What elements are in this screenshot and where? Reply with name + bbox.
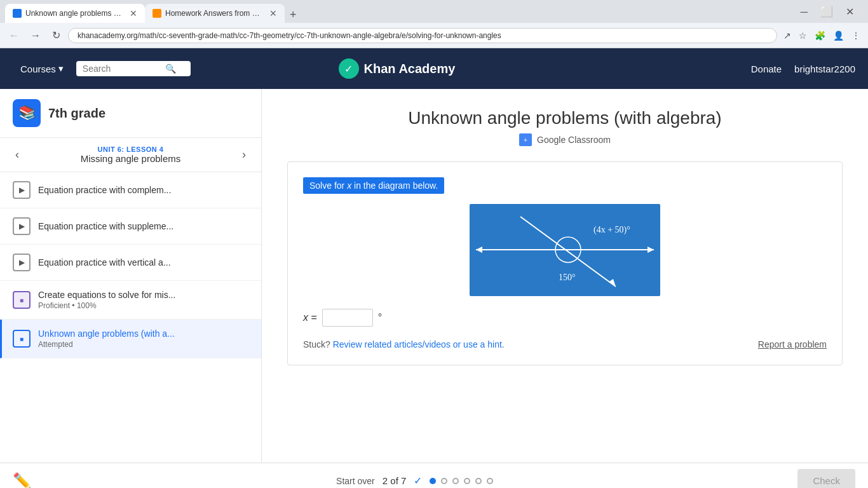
bottom-bar: ✏️ Start over 2 of 7 ✓ Check bbox=[0, 463, 868, 488]
search-bar[interactable]: 🔍 bbox=[76, 61, 191, 76]
courses-label: Courses bbox=[20, 64, 56, 74]
list-item[interactable]: ■ Create equations to solve for mis... P… bbox=[0, 281, 261, 320]
header-right: Donate brightstar2200 bbox=[751, 64, 855, 74]
unit-lesson-info: UNIT 6: LESSON 4 Missing angle problems bbox=[81, 146, 181, 164]
grade-icon: 📚 bbox=[13, 99, 41, 127]
diagram-svg: (4x + 50)° 150° bbox=[470, 204, 660, 296]
next-lesson-button[interactable]: › bbox=[237, 146, 251, 164]
browser-toolbar: ← → ↻ ↗ ☆ 🧩 👤 ⋮ bbox=[0, 23, 868, 48]
tab-2-close[interactable]: ✕ bbox=[269, 8, 277, 18]
item-subtitle: Proficient • 100% bbox=[38, 301, 248, 310]
tab-2-favicon bbox=[153, 9, 161, 18]
answer-row: x = ° bbox=[303, 309, 827, 327]
degree-symbol: ° bbox=[378, 312, 382, 323]
tab-1-label: Unknown angle problems (with a... bbox=[25, 9, 123, 18]
google-classroom-label: Google Classroom bbox=[537, 135, 611, 145]
ka-logo: ✓ Khan Academy bbox=[339, 58, 456, 79]
address-bar[interactable] bbox=[68, 28, 777, 43]
browser-actions: ↗ ☆ 🧩 👤 ⋮ bbox=[781, 28, 863, 43]
tab-1[interactable]: Unknown angle problems (with a... ✕ bbox=[5, 4, 145, 23]
progress-dots bbox=[430, 478, 493, 484]
menu-button[interactable]: ⋮ bbox=[849, 28, 863, 43]
item-subtitle: Attempted bbox=[38, 340, 248, 349]
ka-logo-icon: ✓ bbox=[339, 58, 359, 79]
list-item[interactable]: ▶ Equation practice with complem... bbox=[0, 172, 261, 208]
dot-3 bbox=[452, 478, 459, 484]
tab-bar: Unknown angle problems (with a... ✕ Home… bbox=[0, 0, 868, 23]
main-layout: 📚 7th grade ‹ UNIT 6: LESSON 4 Missing a… bbox=[0, 89, 868, 463]
progress-section: Start over 2 of 7 ✓ bbox=[336, 475, 493, 487]
page-title: Unknown angle problems (with algebra) bbox=[287, 108, 843, 128]
dot-5 bbox=[475, 478, 482, 484]
profile-button[interactable]: 👤 bbox=[831, 28, 846, 43]
restore-button[interactable]: ⬜ bbox=[817, 3, 837, 20]
check-button[interactable]: Check bbox=[797, 469, 855, 488]
sidebar-header: 📚 7th grade bbox=[0, 89, 261, 138]
svg-marker-1 bbox=[648, 247, 654, 253]
tab-1-favicon bbox=[13, 9, 22, 18]
bookmark-button[interactable]: ☆ bbox=[796, 28, 810, 43]
new-tab-button[interactable]: + bbox=[285, 7, 302, 23]
google-classroom-icon: + bbox=[519, 133, 532, 146]
tab-2[interactable]: Homework Answers from Subjec... ✕ bbox=[145, 4, 285, 23]
prev-lesson-button[interactable]: ‹ bbox=[10, 146, 24, 164]
reload-button[interactable]: ↻ bbox=[48, 27, 64, 44]
tab-1-close[interactable]: ✕ bbox=[130, 8, 137, 18]
check-mark-icon: ✓ bbox=[414, 475, 422, 487]
play-icon: ▶ bbox=[13, 181, 31, 199]
search-input[interactable] bbox=[83, 64, 165, 74]
stuck-text: Stuck? bbox=[303, 339, 330, 349]
close-window-button[interactable]: ✕ bbox=[842, 3, 858, 20]
sidebar-nav: ‹ UNIT 6: LESSON 4 Missing angle problem… bbox=[0, 138, 261, 172]
lesson-name: Missing angle problems bbox=[81, 153, 181, 164]
tab-2-label: Homework Answers from Subjec... bbox=[165, 9, 263, 18]
svg-marker-2 bbox=[476, 247, 482, 253]
pencil-icon[interactable]: ✏️ bbox=[13, 472, 32, 489]
problem-box: Solve for x in the diagram below. bbox=[287, 161, 843, 365]
dot-2 bbox=[441, 478, 447, 484]
list-item[interactable]: ▶ Equation practice with suppleme... bbox=[0, 208, 261, 245]
lesson-list: ▶ Equation practice with complem... ▶ Eq… bbox=[0, 172, 261, 463]
item-title: Create equations to solve for mis... bbox=[38, 290, 248, 300]
ka-logo-text: Khan Academy bbox=[364, 62, 456, 76]
item-title: Equation practice with complem... bbox=[38, 185, 248, 195]
report-problem-link[interactable]: Report a problem bbox=[758, 339, 827, 349]
extensions-button[interactable]: 🧩 bbox=[812, 28, 828, 43]
username[interactable]: brightstar2200 bbox=[794, 64, 855, 74]
exercise-icon: ■ bbox=[13, 330, 31, 348]
item-title: Unknown angle problems (with a... bbox=[38, 329, 248, 339]
item-title: Equation practice with suppleme... bbox=[38, 221, 248, 231]
grade-title: 7th grade bbox=[48, 106, 105, 121]
exercise-icon: ■ bbox=[13, 291, 31, 309]
browser-chrome: Unknown angle problems (with a... ✕ Home… bbox=[0, 0, 868, 48]
item-title: Equation practice with vertical a... bbox=[38, 257, 248, 268]
start-over-button[interactable]: Start over bbox=[336, 476, 375, 486]
google-classroom-link[interactable]: + Google Classroom bbox=[287, 133, 843, 146]
progress-text: 2 of 7 bbox=[383, 475, 407, 486]
dot-6 bbox=[487, 478, 493, 484]
minimize-button[interactable]: ─ bbox=[797, 3, 811, 20]
list-item[interactable]: ■ Unknown angle problems (with a... Atte… bbox=[0, 320, 261, 358]
stuck-row: Stuck? Review related articles/videos or… bbox=[303, 339, 827, 349]
problem-instruction: Solve for x in the diagram below. bbox=[303, 177, 444, 194]
play-icon: ▶ bbox=[13, 217, 31, 235]
donate-link[interactable]: Donate bbox=[751, 64, 782, 74]
ka-header: Courses ▾ 🔍 ✓ Khan Academy Donate bright… bbox=[0, 48, 868, 89]
answer-label: x = bbox=[303, 312, 317, 323]
content-area: Unknown angle problems (with algebra) + … bbox=[262, 89, 868, 463]
sidebar: 📚 7th grade ‹ UNIT 6: LESSON 4 Missing a… bbox=[0, 89, 262, 463]
review-link[interactable]: Review related articles/videos or use a … bbox=[333, 339, 505, 349]
answer-input[interactable] bbox=[322, 309, 373, 327]
courses-chevron: ▾ bbox=[58, 63, 64, 74]
back-button[interactable]: ← bbox=[5, 27, 23, 44]
svg-text:150°: 150° bbox=[559, 273, 576, 282]
share-button[interactable]: ↗ bbox=[781, 28, 794, 43]
search-icon: 🔍 bbox=[165, 64, 176, 74]
diagram: (4x + 50)° 150° bbox=[470, 204, 660, 296]
unit-lesson-label: UNIT 6: LESSON 4 bbox=[81, 146, 181, 153]
list-item[interactable]: ▶ Equation practice with vertical a... bbox=[0, 245, 261, 281]
dot-4 bbox=[464, 478, 470, 484]
forward-button[interactable]: → bbox=[27, 27, 44, 44]
courses-menu[interactable]: Courses ▾ bbox=[13, 58, 71, 79]
svg-text:(4x + 50)°: (4x + 50)° bbox=[593, 225, 630, 235]
